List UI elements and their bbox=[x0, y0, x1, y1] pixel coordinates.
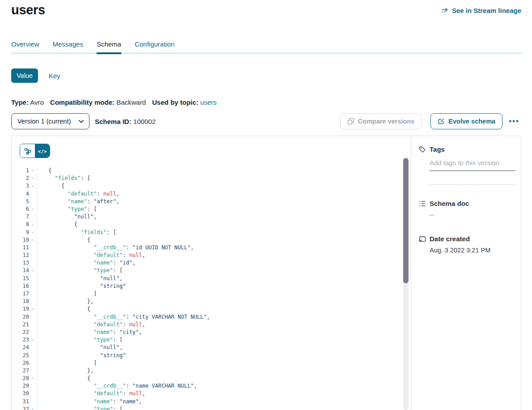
line-number: 31 bbox=[12, 398, 29, 406]
used-by-topic-field: Used by topic: users bbox=[152, 98, 217, 106]
fold-gutter bbox=[29, 290, 36, 298]
fold-toggle-icon[interactable]: ▾ bbox=[29, 167, 36, 175]
fold-toggle-icon[interactable]: ▾ bbox=[29, 406, 36, 410]
code-line: 21 "default": null, bbox=[12, 321, 400, 329]
fold-gutter bbox=[29, 390, 36, 397]
used-by-topic-label: Used by topic: bbox=[152, 98, 198, 106]
code-text: "name": "after", bbox=[36, 198, 400, 205]
code-line: 27 }, bbox=[12, 367, 400, 375]
schema-doc-heading: Schema doc bbox=[430, 200, 469, 207]
code-text: "name": "name", bbox=[36, 398, 400, 406]
fold-toggle-icon[interactable]: ▾ bbox=[29, 205, 36, 213]
line-number: 26 bbox=[12, 359, 29, 367]
line-number: 5 bbox=[12, 198, 29, 205]
code-line: 24 "null", bbox=[12, 344, 400, 351]
line-number: 17 bbox=[12, 290, 29, 298]
fold-toggle-icon[interactable]: ▾ bbox=[29, 375, 36, 382]
code-line: 7 "null", bbox=[12, 213, 400, 221]
line-number: 3 bbox=[12, 182, 29, 190]
fold-gutter bbox=[29, 244, 36, 252]
fold-gutter bbox=[29, 344, 36, 351]
fold-gutter bbox=[29, 252, 36, 259]
tab-schema[interactable]: Schema bbox=[97, 40, 121, 54]
line-number: 27 bbox=[12, 367, 29, 375]
date-created-heading: Date created bbox=[430, 235, 470, 243]
tree-view-icon bbox=[24, 148, 31, 155]
fold-toggle-icon[interactable]: ▾ bbox=[29, 221, 36, 228]
add-tags-input[interactable] bbox=[430, 159, 515, 171]
type-label: Type: bbox=[11, 98, 29, 106]
tags-heading: Tags bbox=[430, 145, 445, 153]
code-line: 9▾ "fields": [ bbox=[12, 229, 400, 236]
code-text: ] bbox=[36, 290, 400, 298]
code-lines[interactable]: 1▾{2▾ "fields": [3▾ {4 "default": null,5… bbox=[12, 167, 400, 410]
tab-overview[interactable]: Overview bbox=[11, 40, 39, 54]
schema-code-editor[interactable]: </> 1▾{2▾ "fields": [3▾ {4 "default": nu… bbox=[12, 136, 411, 410]
tab-messages[interactable]: Messages bbox=[53, 40, 83, 54]
date-created-value: Aug. 3 2022 3:21 PM bbox=[430, 247, 521, 254]
code-text: "fields": [ bbox=[36, 229, 400, 236]
version-select[interactable]: Version 1 (current) bbox=[11, 113, 89, 129]
schema-doc-value: -- bbox=[430, 211, 521, 218]
code-text: { bbox=[36, 236, 400, 244]
fold-toggle-icon[interactable]: ▾ bbox=[29, 229, 36, 236]
editor-scrollbar-track[interactable] bbox=[403, 158, 409, 410]
compare-versions-button[interactable]: Compare versions bbox=[340, 113, 422, 129]
schema-meta-row: Type: Avro Compatibility mode: Backward … bbox=[11, 98, 217, 106]
schema-id-value: 100002 bbox=[133, 118, 156, 125]
fold-gutter bbox=[29, 298, 36, 305]
line-number: 22 bbox=[12, 329, 29, 336]
line-number: 6 bbox=[12, 205, 29, 213]
code-line: 20 "__crdb__": "city VARCHAR NOT NULL", bbox=[12, 313, 400, 321]
used-by-topic-link[interactable]: users bbox=[200, 98, 217, 106]
tree-view-button[interactable] bbox=[20, 144, 35, 158]
fold-toggle-icon[interactable]: ▾ bbox=[29, 175, 36, 182]
tab-configuration[interactable]: Configuration bbox=[135, 40, 174, 54]
schema-id-field: Schema ID: 100002 bbox=[95, 118, 156, 125]
editor-scrollbar-thumb[interactable] bbox=[403, 158, 409, 283]
page-title: users bbox=[11, 3, 45, 17]
line-number: 19 bbox=[12, 305, 29, 313]
code-text: "type": [ bbox=[36, 205, 400, 213]
evolve-schema-label: Evolve schema bbox=[448, 118, 495, 125]
line-number: 1 bbox=[12, 167, 29, 175]
line-number: 28 bbox=[12, 375, 29, 382]
fold-gutter bbox=[29, 190, 36, 198]
code-text: "type": [ bbox=[36, 406, 400, 410]
schema-detail-sidebar: Tags Schema doc -- bbox=[411, 136, 521, 410]
compare-versions-label: Compare versions bbox=[358, 118, 415, 125]
code-line: 8▾ { bbox=[12, 221, 400, 228]
fold-gutter bbox=[29, 282, 36, 290]
fold-toggle-icon[interactable]: ▾ bbox=[29, 236, 36, 244]
code-line: 14▾ "type": [ bbox=[12, 267, 400, 274]
stream-lineage-link[interactable]: See in Stream lineage bbox=[442, 7, 521, 14]
code-text: ] bbox=[36, 359, 400, 367]
value-tab-button[interactable]: Value bbox=[11, 68, 38, 83]
schema-panel: </> 1▾{2▾ "fields": [3▾ {4 "default": nu… bbox=[11, 136, 521, 410]
fold-gutter bbox=[29, 352, 36, 359]
fold-gutter bbox=[29, 198, 36, 205]
line-number: 10 bbox=[12, 236, 29, 244]
fold-gutter bbox=[29, 213, 36, 221]
stream-lineage-label: See in Stream lineage bbox=[452, 7, 521, 14]
code-line: 16 "string" bbox=[12, 282, 400, 290]
line-number: 11 bbox=[12, 244, 29, 252]
evolve-schema-button[interactable]: Evolve schema bbox=[430, 113, 502, 129]
code-text: "null", bbox=[36, 275, 400, 282]
code-text: "default": null, bbox=[36, 190, 400, 198]
code-text: { bbox=[36, 167, 400, 175]
key-tab-link[interactable]: Key bbox=[49, 72, 60, 80]
stream-lineage-icon bbox=[442, 7, 449, 14]
more-actions-button[interactable]: ••• bbox=[507, 113, 521, 129]
fold-toggle-icon[interactable]: ▾ bbox=[29, 182, 36, 190]
version-select-wrap: Version 1 (current) bbox=[11, 113, 89, 129]
fold-toggle-icon[interactable]: ▾ bbox=[29, 336, 36, 344]
code-text: }, bbox=[36, 298, 400, 305]
fold-toggle-icon[interactable]: ▾ bbox=[29, 305, 36, 313]
code-line: 2▾ "fields": [ bbox=[12, 175, 400, 182]
fold-toggle-icon[interactable]: ▾ bbox=[29, 267, 36, 274]
line-number: 14 bbox=[12, 267, 29, 274]
code-view-button[interactable]: </> bbox=[35, 144, 50, 158]
evolve-schema-edit-icon bbox=[438, 118, 445, 125]
line-number: 7 bbox=[12, 213, 29, 221]
